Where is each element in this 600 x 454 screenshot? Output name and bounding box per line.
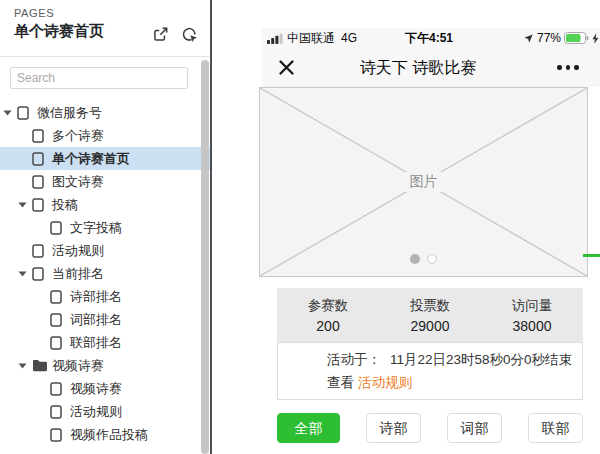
page-icon xyxy=(50,336,62,350)
app-window: { "sidebar": { "panel_label": "PAGES", "… xyxy=(0,0,600,454)
stat-value: 29000 xyxy=(379,316,481,337)
tree-item[interactable]: 词部排名 xyxy=(0,308,210,331)
page-icon xyxy=(32,267,44,281)
open-new-window-icon[interactable] xyxy=(152,26,169,43)
activity-rules-link[interactable]: 活动规则 xyxy=(358,375,412,390)
page-icon xyxy=(32,175,44,189)
tree-item[interactable]: 联部排名 xyxy=(0,331,210,354)
divider xyxy=(0,56,210,57)
caret-down-icon[interactable] xyxy=(18,193,32,216)
tree-item-label: 图文诗赛 xyxy=(52,173,104,191)
page-icon xyxy=(17,106,29,120)
stat-label: 访问量 xyxy=(481,295,583,316)
activity-info-box: 活动于：11月22日23时58秒0分0秒结束 查看活动规则 xyxy=(277,342,583,400)
carousel-dot-active[interactable] xyxy=(410,254,420,264)
carrier-label: 中国联通 xyxy=(287,28,335,48)
tree-item[interactable]: 多个诗赛 xyxy=(0,124,210,147)
status-right-cluster: 77% xyxy=(523,28,599,48)
stat-votes: 投票数 29000 xyxy=(379,288,481,342)
pages-panel: PAGES 单个诗赛首页 xyxy=(0,0,210,454)
page-folder-icon-slot xyxy=(17,101,34,124)
page-folder-icon-slot xyxy=(32,354,49,377)
caret-down-icon[interactable] xyxy=(3,101,17,124)
tree-item-label: 视频作品投稿 xyxy=(70,426,148,444)
status-bar: 中国联通 4G 下午4:51 77% xyxy=(262,28,600,48)
tree-item-label: 诗部排名 xyxy=(70,288,122,306)
tree-item-label: 文字投稿 xyxy=(70,219,122,237)
view-label: 查看 xyxy=(327,375,354,390)
tree-item[interactable]: 视频诗赛 xyxy=(0,377,210,400)
charging-bolt-icon xyxy=(592,33,599,44)
tree-item[interactable]: 活动规则 xyxy=(0,239,210,262)
location-arrow-icon xyxy=(523,33,534,44)
page-icon xyxy=(50,382,62,396)
battery-percent: 77% xyxy=(537,31,561,45)
tree-item-label: 活动规则 xyxy=(52,242,104,260)
phone-mockup: 中国联通 4G 下午4:51 77% 诗天下 诗歌比赛 xyxy=(262,28,600,454)
tree-item[interactable]: 视频诗赛 xyxy=(0,354,210,377)
scrollbar-thumb[interactable] xyxy=(201,60,209,454)
more-options-icon[interactable] xyxy=(557,65,579,70)
nav-bar: 诗天下 诗歌比赛 xyxy=(262,48,600,87)
filter-button[interactable]: 诗部 xyxy=(366,413,421,443)
close-icon[interactable] xyxy=(278,59,295,76)
tree-item[interactable]: 微信服务号 xyxy=(0,101,210,124)
tree-item[interactable]: 单个诗赛首页 xyxy=(0,147,210,170)
category-filter-bar: 全部 诗部 词部 联部 xyxy=(277,413,583,443)
tree-item-label: 词部排名 xyxy=(70,311,122,329)
carousel-dot[interactable] xyxy=(427,254,437,264)
page-icon xyxy=(50,313,62,327)
filter-button[interactable]: 词部 xyxy=(447,413,502,443)
filter-button[interactable]: 全部 xyxy=(277,413,340,443)
page-icon xyxy=(32,152,44,166)
tree-item-label: 投稿 xyxy=(52,196,78,214)
page-folder-icon-slot xyxy=(50,331,67,354)
generate-preview-icon[interactable] xyxy=(181,26,198,43)
status-time: 下午4:51 xyxy=(374,28,484,48)
tree-item[interactable]: 活动规则 xyxy=(0,400,210,423)
filter-button-label: 词部 xyxy=(461,420,489,436)
page-folder-icon-slot xyxy=(32,262,49,285)
caret-down-icon[interactable] xyxy=(18,262,32,285)
page-icon xyxy=(50,428,62,442)
banner-image-placeholder[interactable]: 图片 xyxy=(259,87,588,277)
search-input[interactable] xyxy=(10,67,188,89)
folder-icon xyxy=(32,359,48,372)
page-folder-icon-slot xyxy=(32,124,49,147)
panel-divider xyxy=(210,0,212,454)
page-folder-icon-slot xyxy=(50,400,67,423)
stat-label: 参赛数 xyxy=(277,295,379,316)
tree-item-label: 视频诗赛 xyxy=(70,380,122,398)
stat-visits: 访问量 38000 xyxy=(481,288,583,342)
tree-item[interactable]: 诗部排名 xyxy=(0,285,210,308)
page-icon xyxy=(32,129,44,143)
network-label: 4G xyxy=(341,28,357,48)
page-folder-icon-slot xyxy=(32,193,49,216)
stat-entries: 参赛数 200 xyxy=(277,288,379,342)
filter-button-label: 诗部 xyxy=(380,420,408,436)
filter-button-label: 联部 xyxy=(542,420,570,436)
tree-item-label: 联部排名 xyxy=(70,334,122,352)
stat-value: 38000 xyxy=(481,316,583,337)
page-tree: 微信服务号 多个诗赛 xyxy=(0,101,210,446)
battery-icon xyxy=(564,32,589,44)
page-folder-icon-slot xyxy=(50,377,67,400)
page-header-title: 诗天下 诗歌比赛 xyxy=(302,48,534,87)
page-icon xyxy=(32,198,44,212)
tree-item-label: 当前排名 xyxy=(52,265,104,283)
tree-item[interactable]: 文字投稿 xyxy=(0,216,210,239)
tree-item-label: 微信服务号 xyxy=(37,104,102,122)
activity-end-text: 11月22日23时58秒0分0秒结束 xyxy=(390,352,572,367)
activity-rules-line: 查看活动规则 xyxy=(327,371,582,394)
tree-item[interactable]: 投稿 xyxy=(0,193,210,216)
stats-table: 参赛数 200 投票数 29000 访问量 38000 xyxy=(277,288,583,342)
page-folder-icon-slot xyxy=(32,239,49,262)
tree-item[interactable]: 当前排名 xyxy=(0,262,210,285)
activity-prefix: 活动于： xyxy=(327,352,381,367)
current-page-title: 单个诗赛首页 xyxy=(14,22,104,41)
tree-item-label: 多个诗赛 xyxy=(52,127,104,145)
tree-item[interactable]: 视频作品投稿 xyxy=(0,423,210,446)
filter-button[interactable]: 联部 xyxy=(528,413,583,443)
caret-down-icon[interactable] xyxy=(18,354,32,377)
tree-item[interactable]: 图文诗赛 xyxy=(0,170,210,193)
